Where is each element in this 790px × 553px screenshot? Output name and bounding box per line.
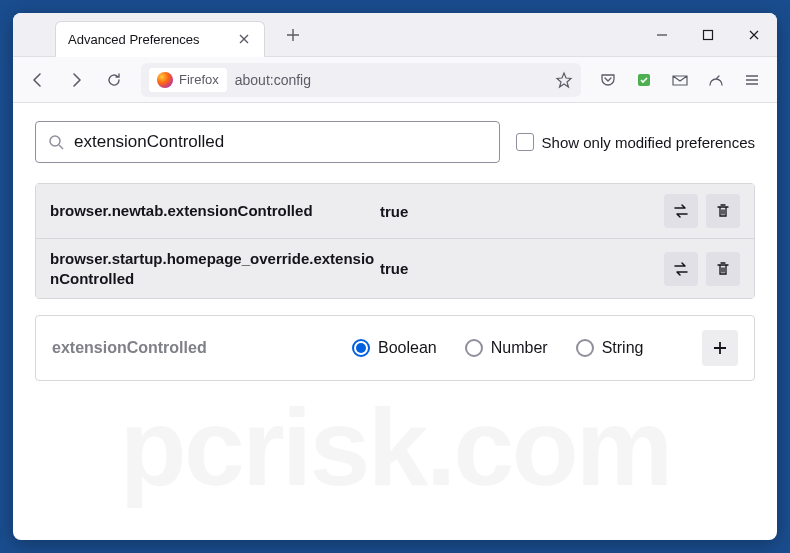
modified-only-checkbox[interactable]: Show only modified preferences [516,133,755,151]
back-button[interactable] [21,63,55,97]
mail-icon[interactable] [663,63,697,97]
toggle-button[interactable] [664,194,698,228]
radio-icon [576,339,594,357]
identity-box[interactable]: Firefox [149,68,227,92]
search-row: Show only modified preferences [35,121,755,163]
svg-rect-0 [704,30,713,39]
browser-window: Advanced Preferences [13,13,777,540]
checkbox-icon [516,133,534,151]
toolbar-extensions [591,63,769,97]
preference-actions [664,194,740,228]
new-preference-name: extensionControlled [52,339,352,357]
svg-point-2 [50,136,60,146]
tab-title: Advanced Preferences [68,32,200,47]
radio-icon [465,339,483,357]
config-content: Show only modified preferences browser.n… [13,103,777,540]
forward-button[interactable] [59,63,93,97]
close-icon[interactable] [236,31,252,47]
browser-tab[interactable]: Advanced Preferences [55,21,265,57]
type-radio-group: Boolean Number String [352,339,702,357]
menu-icon[interactable] [735,63,769,97]
new-preference-row: extensionControlled Boolean Number Strin… [35,315,755,381]
url-bar[interactable]: Firefox about:config [141,63,581,97]
radio-icon [352,339,370,357]
radio-string[interactable]: String [576,339,644,357]
minimize-button[interactable] [639,13,685,57]
delete-button[interactable] [706,194,740,228]
radio-label: Number [491,339,548,357]
radio-boolean[interactable]: Boolean [352,339,437,357]
preference-list: browser.newtab.extensionControlled true … [35,183,755,299]
preference-name: browser.startup.homepage_override.extens… [50,249,380,288]
radio-label: Boolean [378,339,437,357]
preference-actions [664,252,740,286]
toggle-button[interactable] [664,252,698,286]
extension-green-icon[interactable] [627,63,661,97]
radio-label: String [602,339,644,357]
bookmark-star-icon[interactable] [555,71,573,89]
maximize-button[interactable] [685,13,731,57]
add-button[interactable] [702,330,738,366]
search-icon [48,134,64,150]
preference-value: true [380,203,664,220]
search-input[interactable] [74,132,487,152]
close-button[interactable] [731,13,777,57]
checkbox-label: Show only modified preferences [542,134,755,151]
reload-button[interactable] [97,63,131,97]
url-text: about:config [235,72,311,88]
firefox-logo-icon [157,72,173,88]
radio-number[interactable]: Number [465,339,548,357]
titlebar: Advanced Preferences [13,13,777,57]
navigation-toolbar: Firefox about:config [13,57,777,103]
preference-name: browser.newtab.extensionControlled [50,201,380,221]
delete-button[interactable] [706,252,740,286]
preference-value: true [380,260,664,277]
new-tab-button[interactable] [277,19,309,51]
preference-row[interactable]: browser.startup.homepage_override.extens… [36,239,754,298]
preference-row[interactable]: browser.newtab.extensionControlled true [36,184,754,239]
identity-label: Firefox [179,72,219,87]
dashboard-icon[interactable] [699,63,733,97]
pocket-icon[interactable] [591,63,625,97]
search-box[interactable] [35,121,500,163]
window-controls [639,13,777,57]
